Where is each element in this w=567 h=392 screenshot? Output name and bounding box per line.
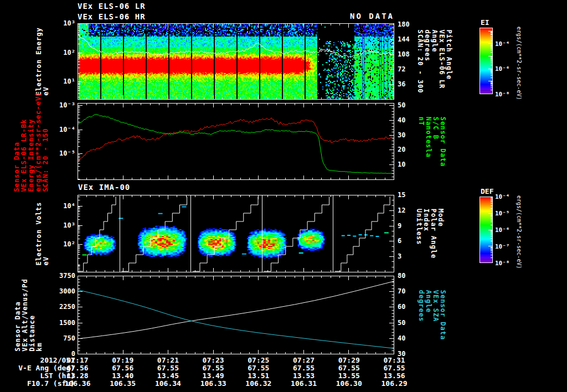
time-tick-label: 07:21 <box>150 357 185 364</box>
intensity-bfield-canvas <box>78 103 394 180</box>
tick-label-right: 40 <box>398 116 405 124</box>
colorbar-tick-label: 10⁻⁸ <box>495 260 510 267</box>
data-cell: 106.30 <box>331 380 367 388</box>
data-cell: 67.55 <box>286 364 322 372</box>
panel-altitude-sza-left-axis-label: Sensor Data VEx Alt/Venus/Pd Distance km <box>14 278 43 352</box>
data-cell: 106.35 <box>105 380 141 388</box>
tick-label-right: 30 <box>398 131 405 139</box>
data-cell: 13.28 <box>60 372 95 380</box>
panel-altitude-sza-right-axis-label: Sensor Data VEx SZA Angle degrees <box>417 290 446 340</box>
tick-label-right: 72 <box>398 65 405 73</box>
panel-els-spectrogram-right-axis-label: Pitch Angle VEx ELS-06 LR Angle degrees … <box>416 29 452 93</box>
colorbar-unit-label: ergs/(cm**2-sr-sec-eV) <box>516 27 522 100</box>
time-tick-label: 07:31 <box>377 357 412 364</box>
data-cell: 106.29 <box>377 380 412 388</box>
vex-cdaweb-summary-plot: VEx ELS-06 LR VEx ELS-06 HR NO DATA VEx … <box>0 0 567 392</box>
tick-label-right: 180 <box>398 20 410 28</box>
tick-label-right: 15 <box>398 191 405 199</box>
data-cell: 13.53 <box>286 372 322 380</box>
data-cell: 106.33 <box>195 380 231 388</box>
tick-label-right: 108 <box>398 50 410 58</box>
tick-label-right: 60 <box>398 303 405 311</box>
tick-label-left: 10⁻⁴ <box>59 126 75 133</box>
time-tick-label: 07:27 <box>286 357 322 364</box>
tick-label-right: 12 <box>398 207 405 214</box>
data-cell: 67.55 <box>195 364 231 372</box>
tick-label-left: 1500 <box>59 319 75 327</box>
tick-label-right: 9 <box>398 222 401 230</box>
data-cell: 106.36 <box>60 380 95 388</box>
panel-ima-spectrogram <box>78 195 394 272</box>
tick-label-left: 10² <box>63 49 75 56</box>
data-cell: 67.55 <box>331 364 367 372</box>
tick-label-left: 3750 <box>59 272 75 280</box>
tick-label-right: 3 <box>398 252 401 260</box>
panel-intensity-bfield-right-axis-label: Sensor Data S/C B Nanotesla nT <box>417 116 446 166</box>
time-tick-label: 07:19 <box>105 357 141 364</box>
data-cell: 67.55 <box>150 364 185 372</box>
tick-label-left: 2250 <box>59 303 75 311</box>
colorbar-tick-label: 10⁻⁷ <box>495 243 510 250</box>
tick-label-left: 10² <box>63 240 75 248</box>
colorbar-ei-title: EI <box>481 18 489 27</box>
tick-label-left: 3000 <box>59 287 75 295</box>
panel-ima-spectrogram-right-axis-label: Mode Polar Angle Index Unitless <box>415 209 444 259</box>
data-cell: 67.55 <box>377 364 412 372</box>
data-cell: 13.45 <box>150 372 185 380</box>
data-cell: 13.49 <box>195 372 231 380</box>
title-ima: VEx IMA-00 <box>78 183 130 192</box>
title-els-hr: VEx ELS-06 HR <box>78 12 146 21</box>
data-cell: 106.34 <box>150 380 185 388</box>
colorbar-unit-label: ergs/(cm**2-sr-sec-eV) <box>516 195 522 269</box>
panel-ima-spectrogram-left-axis-label: Electron Volts eV <box>35 202 50 265</box>
colorbar-ei-canvas <box>480 28 493 94</box>
data-cell: 67.55 <box>241 364 276 372</box>
tick-label-left: 10¹ <box>63 78 75 85</box>
data-cell: 106.32 <box>241 380 276 388</box>
data-cell: 106.31 <box>286 380 322 388</box>
colorbar-def-title: DEF <box>481 187 493 195</box>
altitude-sza-canvas <box>78 276 394 354</box>
time-tick-label: 07:23 <box>195 357 231 364</box>
colorbar-tick-label: 10⁻⁶ <box>495 65 510 73</box>
tick-label-left: 750 <box>63 334 75 342</box>
panel-intensity-bfield <box>78 103 394 180</box>
tick-label-left: 10⁻⁵ <box>59 149 75 157</box>
tick-label-right: 80 <box>398 272 405 280</box>
colorbar-tick-label: 10⁻⁶ <box>495 226 510 234</box>
tick-label-right: 20 <box>398 146 405 153</box>
tick-label-left: 10⁴ <box>63 202 75 210</box>
colorbar-tick-label: 10⁻⁵ <box>495 210 510 217</box>
data-cell: 13.40 <box>105 372 141 380</box>
tick-label-left: 10⁻³ <box>59 101 75 109</box>
panel-altitude-sza <box>78 276 394 354</box>
colorbar-ei <box>480 28 493 94</box>
tick-label-left: 10³ <box>63 19 75 27</box>
tick-label-right: 50 <box>398 101 405 109</box>
colorbar-tick-label: 10⁻⁴ <box>495 40 510 48</box>
colorbar-tick-label: 10⁻⁸ <box>495 91 510 98</box>
tick-label-right: 10 <box>398 161 405 168</box>
panel-els-spectrogram-left-axis-label: Electron Energy eV <box>35 27 50 95</box>
no-data-label: NO DATA <box>350 12 394 20</box>
ima-spectrogram-canvas <box>78 195 394 272</box>
data-cell: 13.55 <box>331 372 367 380</box>
title-els-lr: VEx ELS-06 LR <box>78 2 146 11</box>
time-tick-label: 07:29 <box>331 357 367 364</box>
tick-label-right: 50 <box>398 319 405 327</box>
tick-label-right: 144 <box>398 35 410 43</box>
els-spectrogram-canvas <box>78 23 394 100</box>
time-tick-label: 07:17 <box>60 357 95 364</box>
tick-label-right: 6 <box>398 237 401 245</box>
tick-label-left: 10³ <box>63 221 75 229</box>
data-cell: 67.56 <box>105 364 141 372</box>
tick-label-right: 70 <box>398 287 405 295</box>
colorbar-tick-label: 10⁻⁴ <box>495 193 510 200</box>
panel-intensity-bfield-left-axis-label: Sensor Data VEx ELS-06 LR-Bk Energy Inte… <box>13 91 49 192</box>
time-tick-label: 07:25 <box>241 357 276 364</box>
colorbar-def-canvas <box>480 197 493 263</box>
tick-label-right: 36 <box>398 80 405 88</box>
colorbar-def <box>480 197 493 263</box>
data-cell: 13.51 <box>241 372 276 380</box>
panel-els-spectrogram <box>78 23 394 100</box>
